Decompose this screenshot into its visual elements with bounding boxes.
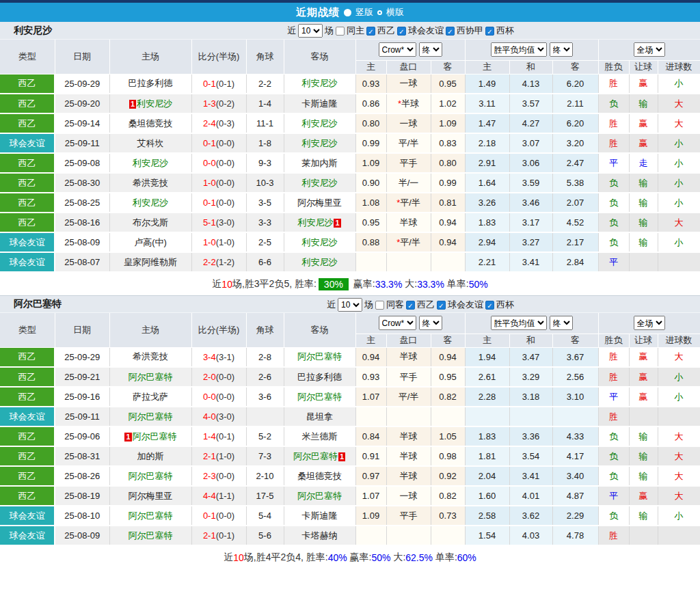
cell-handicap: 半球 [386,466,431,486]
league-checkbox-label-0: 西乙 [417,299,435,311]
cell-score: 0-0(0-0) [191,387,246,407]
cell-date: 25-09-08 [55,153,109,173]
full-time-score: 2-3 [203,471,216,481]
cell-avg-away: 6.20 [552,74,598,94]
odds-source-select[interactable]: Crow* [379,316,416,330]
avg-source-select[interactable]: 胜平负均值 [491,42,547,57]
layout-radio-horizontal[interactable] [377,10,382,15]
match-row: 西乙25-08-26阿尔巴塞特2-3(0-0)2-10桑坦德竞技0.97半球0.… [0,466,700,486]
cell-result: 负 [598,446,629,466]
summary-part-8: 单率: [433,552,457,564]
matches-count-select[interactable]: 10 [338,298,362,312]
cell-home-team: 阿尔巴塞特 [109,506,191,526]
league-checkbox-1[interactable]: ✓ [437,301,446,310]
promotion-badge: 1 [124,433,131,441]
handicap-label: 平手 [400,158,418,168]
full-time-score: 1-3 [203,98,216,109]
summary-part-6: 大: [391,552,406,564]
odds-stage-select[interactable]: 终 [419,42,442,57]
league-checkbox-1[interactable]: ✓ [397,27,406,36]
scope-select-wrap: 全场 [599,42,700,57]
team-label: 艾科坎 [137,138,164,148]
odds-source-select[interactable]: Crow* [379,42,416,57]
team-label: 皇家阿维勒斯 [124,257,177,267]
match-row: 西乙25-08-30希洪竞技1-0(0-0)10-3利安尼沙0.90半/一0.9… [0,173,700,193]
cell-odds-home [355,526,386,545]
match-row: 西乙25-09-29巴拉多利德0-1(0-1)2-2利安尼沙0.93一球0.95… [0,74,700,94]
same-venue-checkbox[interactable] [336,27,345,36]
avg-source-select[interactable]: 胜平负均值 [491,316,547,330]
col-avg-away: 客 [552,334,598,347]
cell-away-team: 利安尼沙 [284,173,355,193]
cell-handicap: 半球 [386,213,431,232]
cell-home-team: 希洪竞技 [109,173,191,193]
handicap-label: 半/一 [399,178,419,188]
half-time-score: (0-0) [216,392,234,402]
cell-away-team: 阿尔梅里亚 [284,193,355,213]
league-checkbox-2[interactable]: ✓ [485,301,494,310]
matches-table: 类型日期主场比分(半场)角球客场Crow*终胜平负均值终全场主盘口客主和客胜负让… [0,313,700,546]
col-header-date: 日期 [55,40,109,74]
cell-corner: 10-3 [246,173,284,193]
handicap-label: 半球 [400,351,418,362]
col-avg-away: 客 [552,60,598,74]
cell-corner: 9-3 [246,153,284,173]
cell-avg-away: 3.10 [552,387,598,407]
team-label: 利安尼沙 [302,118,338,128]
scope-select[interactable]: 全场 [634,316,665,330]
cell-handicap-result: 输 [629,466,658,486]
cell-avg-home: 1.49 [465,74,509,94]
league-checkbox-3[interactable]: ✓ [485,27,494,36]
odds-stage-select[interactable]: 终 [419,316,442,330]
match-row: 西乙25-08-31加的斯2-1(1-0)7-3阿尔巴塞特10.91半球0.98… [0,446,700,466]
col-result: 胜负 [598,334,629,347]
cell-corner: 1-8 [246,133,284,153]
cell-odds-away: 0.82 [431,486,465,506]
cell-league-type: 球会友谊 [0,526,55,545]
scope-select[interactable]: 全场 [634,42,665,57]
league-checkbox-0[interactable]: ✓ [366,27,375,36]
cell-avg-draw: 3.54 [509,446,552,466]
cell-league-type: 西乙 [0,113,55,133]
cell-avg-home: 1.54 [465,526,509,545]
team-label: 阿尔巴塞特 [297,351,342,362]
team-label: 桑坦德竞技 [129,118,173,128]
team-label: 阿尔梅里亚 [129,491,173,501]
team-section-header: 阿尔巴塞特近10场同客✓西乙✓球会友谊✓西杯 [0,295,700,313]
cell-avg-away: 2.17 [552,232,598,252]
avg-stage-select[interactable]: 终 [550,316,573,330]
same-venue-checkbox[interactable] [375,301,384,310]
cell-avg-draw: 3.41 [509,466,552,486]
handicap-label: 半球 [401,98,419,109]
cell-goals-result: 小 [658,506,700,526]
summary-part-3: 30% [319,278,349,290]
cell-odds-away: 0.94 [431,213,465,232]
cell-date: 25-09-06 [55,426,109,446]
col-odds-handicap: 盘口 [386,334,431,347]
team-label: 米兰德斯 [302,431,338,441]
cell-score: 0-1(0-0) [191,506,246,526]
cell-score: 1-0(1-0) [191,232,246,252]
cell-avg-away: 4.17 [552,446,598,466]
match-row: 球会友谊25-08-09卢高(中)1-0(1-0)2-5利安尼沙0.88*平/半… [0,232,700,252]
league-checkbox-0[interactable]: ✓ [406,301,415,310]
cell-avg-draw: 3.46 [509,193,552,213]
cell-avg-home: 1.83 [465,426,509,446]
cell-goals-result: 小 [658,367,700,387]
half-time-score: (3-0) [216,217,234,228]
cell-home-team: 皇家阿维勒斯 [109,252,191,272]
cell-odds-away: 0.95 [431,74,465,94]
cell-handicap-result: 赢 [629,113,658,133]
cell-corner: 5-6 [246,526,284,545]
avg-stage-select[interactable]: 终 [550,42,573,57]
summary-part-6: 大: [402,278,417,290]
layout-radio-vertical[interactable] [344,9,351,16]
team-label: 利安尼沙 [133,158,168,168]
matches-count-select[interactable]: 10 [298,24,323,38]
cell-corner: 2-8 [246,347,284,367]
cell-goals-result [658,407,700,426]
col-odds-away: 客 [431,334,465,347]
cell-result: 平 [598,252,629,272]
league-checkbox-2[interactable]: ✓ [446,27,455,36]
odds-selects: Crow*终 [356,316,465,330]
